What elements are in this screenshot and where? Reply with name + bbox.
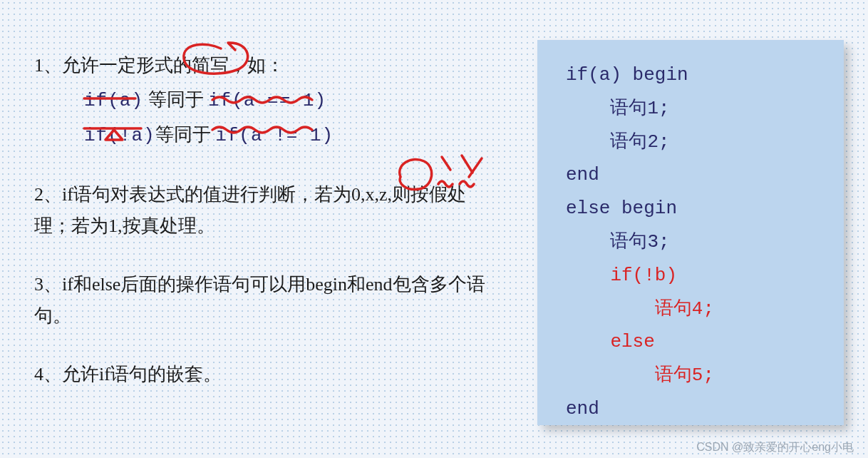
point-1-head: 1、允许一定形式的简写，如： (34, 50, 490, 81)
code-line: 语句1; (566, 92, 815, 126)
code-fragment: if(a == 1) (208, 90, 326, 111)
point-4: 4、允许if语句的嵌套。 (34, 359, 490, 390)
code-line-nested: if(!b) (566, 259, 815, 292)
csdn-watermark: CSDN @致亲爱的开心eng小电 (696, 440, 854, 455)
text-segment: 等同于 (143, 89, 208, 110)
point-1-example-2: if(!a)等同于 if(a != 1) (84, 119, 490, 151)
code-example-block: if(a) begin 语句1; 语句2; end else begin 语句3… (537, 40, 844, 425)
code-line: end (566, 392, 815, 426)
point-3: 3、if和else后面的操作语句可以用begin和end包含多个语句。 (34, 269, 490, 332)
point-2: 2、if语句对表达式的值进行判断，若为0,x,z,则按假处理；若为1,按真处理。 (34, 179, 490, 242)
code-line-nested: 语句5; (566, 359, 815, 392)
code-line-nested: else (566, 325, 815, 359)
code-fragment: if(a) (84, 90, 143, 111)
code-line: end (566, 158, 815, 192)
text-segment: 等同于 (155, 124, 216, 145)
code-fragment: if(a != 1) (215, 125, 334, 146)
code-line: 语句2; (566, 126, 815, 159)
notes-area: 1、允许一定形式的简写，如： if(a) 等同于 if(a == 1) if(!… (34, 50, 490, 418)
code-line: if(a) begin (566, 58, 815, 92)
code-line: else begin (566, 192, 815, 225)
code-line: 语句3; (566, 225, 815, 259)
code-line-nested: 语句4; (566, 292, 815, 326)
point-1: 1、允许一定形式的简写，如： if(a) 等同于 if(a == 1) if(!… (34, 50, 490, 152)
point-1-example-1: if(a) 等同于 if(a == 1) (84, 84, 490, 116)
code-fragment: if(!a) (84, 125, 155, 146)
